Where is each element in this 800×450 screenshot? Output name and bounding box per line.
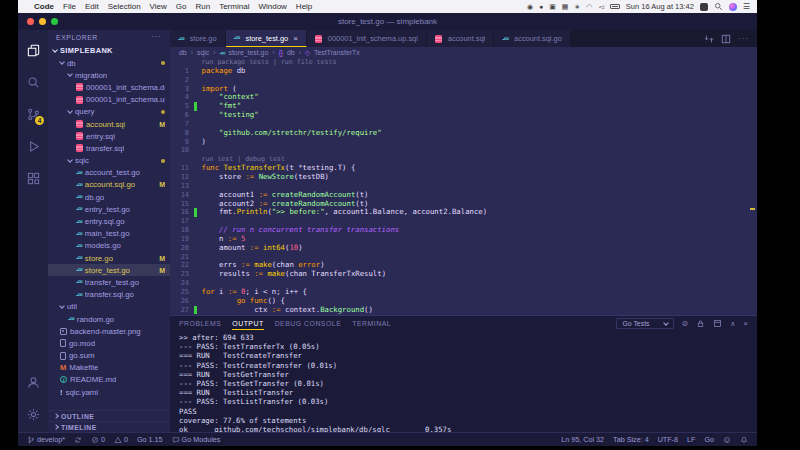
tree-item-readme-md[interactable]: iREADME.md bbox=[48, 374, 170, 386]
output-console[interactable]: >> after: 694 633--- PASS: TestTransferT… bbox=[170, 331, 757, 432]
tree-item-backend-master-png[interactable]: backend-master.png bbox=[48, 325, 170, 337]
project-root-row[interactable]: SIMPLEBANK bbox=[48, 44, 170, 57]
menu-app[interactable]: Code bbox=[34, 2, 54, 11]
tree-item-makefile[interactable]: MMakefile bbox=[48, 362, 170, 374]
volume-icon[interactable]: ◅ bbox=[598, 3, 603, 10]
tab-account-sql[interactable]: account.sql bbox=[427, 30, 494, 47]
open-changes-icon[interactable] bbox=[704, 34, 714, 44]
menu-terminal[interactable]: Terminal bbox=[219, 2, 249, 11]
code-editor[interactable]: run package tests | run file tests1packa… bbox=[170, 58, 757, 315]
lock-scroll-icon[interactable] bbox=[696, 319, 705, 328]
tree-item-random-go[interactable]: -∞random.go bbox=[48, 313, 170, 325]
split-editor-icon[interactable] bbox=[721, 34, 731, 44]
tree-item-migration[interactable]: migration bbox=[48, 69, 170, 81]
menu-help[interactable]: Help bbox=[296, 2, 312, 11]
status-0[interactable]: 0 bbox=[91, 435, 105, 444]
app-icon[interactable]: ● bbox=[539, 3, 543, 10]
tree-item-models-go[interactable]: -∞models.go bbox=[48, 240, 170, 252]
tree-item-util[interactable]: util bbox=[48, 301, 170, 313]
more-actions-icon[interactable]: ··· bbox=[738, 34, 749, 43]
app-cup-icon[interactable]: ▣ bbox=[549, 3, 556, 10]
menu-view[interactable]: View bbox=[150, 2, 167, 11]
tree-item-000001-init-schema-down-sql[interactable]: 000001_init_schema.down.sql bbox=[48, 81, 170, 93]
tab-account-sql-go[interactable]: -∞account.sql.go bbox=[494, 30, 571, 47]
menu-selection[interactable]: Selection bbox=[108, 2, 141, 11]
tree-item-sqlc[interactable]: sqlc bbox=[48, 155, 170, 167]
close-window-button[interactable] bbox=[27, 18, 34, 25]
tree-item-account-sql[interactable]: account.sqlM bbox=[48, 118, 170, 130]
bluetooth-icon[interactable]: ∗ bbox=[574, 3, 580, 10]
tree-item-sqlc-yaml[interactable]: !sqlc.yaml bbox=[48, 386, 170, 398]
titlebar[interactable]: store_test.go — simplebank bbox=[18, 13, 757, 30]
panel-tab-output[interactable]: OUTPUT bbox=[232, 318, 263, 330]
activitybar-extensions[interactable] bbox=[18, 162, 48, 194]
menu-run[interactable]: Run bbox=[195, 2, 210, 11]
battery-icon[interactable] bbox=[610, 4, 620, 9]
status-smiley[interactable] bbox=[723, 436, 731, 444]
status-develop-[interactable]: develop* bbox=[27, 435, 65, 444]
tree-item-account-sql-go[interactable]: -∞account.sql.goM bbox=[48, 179, 170, 191]
activitybar-source-control[interactable]: 4 bbox=[18, 98, 48, 130]
output-channel-select[interactable]: Go Tests bbox=[616, 318, 673, 329]
status-ln-95-col-32[interactable]: Ln 95, Col 32 bbox=[561, 435, 604, 444]
tab-store-test-go[interactable]: -∞store_test.go× bbox=[226, 30, 307, 47]
status-lf[interactable]: LF bbox=[687, 435, 695, 444]
section-outline[interactable]: OUTLINE bbox=[48, 410, 170, 421]
status-bell[interactable] bbox=[740, 436, 748, 444]
spotlight-icon[interactable] bbox=[714, 2, 723, 11]
input-source-icon[interactable] bbox=[700, 3, 708, 11]
close-tab-icon[interactable]: × bbox=[293, 34, 298, 43]
tree-item-transfer-sql-go[interactable]: -∞transfer.sql.go bbox=[48, 289, 170, 301]
breadcrumb-item[interactable]: TestTransferTx bbox=[314, 49, 360, 56]
status-utf-8[interactable]: UTF-8 bbox=[658, 435, 678, 444]
tree-item-transfer-sql[interactable]: transfer.sql bbox=[48, 142, 170, 154]
tree-item-store-go[interactable]: -∞store.goM bbox=[48, 252, 170, 264]
tree-item-query[interactable]: query bbox=[48, 106, 170, 118]
status-0[interactable]: 0 bbox=[114, 435, 128, 444]
status-go-1-15[interactable]: Go 1.15 bbox=[137, 435, 163, 444]
activitybar-explorer[interactable] bbox=[18, 34, 48, 66]
tree-item-db[interactable]: db bbox=[48, 57, 170, 69]
status-tab-size-4[interactable]: Tab Size: 4 bbox=[613, 435, 649, 444]
explorer-more-actions-button[interactable]: ··· bbox=[151, 34, 162, 40]
panel-tab-debug-console[interactable]: DEBUG CONSOLE bbox=[275, 318, 342, 330]
section-timeline[interactable]: TIMELINE bbox=[48, 421, 170, 432]
status-go-modules[interactable]: Go Modules bbox=[172, 435, 221, 444]
activitybar-run-debug[interactable] bbox=[18, 130, 48, 162]
activitybar-search[interactable] bbox=[18, 66, 48, 98]
menu-go[interactable]: Go bbox=[176, 2, 187, 11]
open-output-in-editor-icon[interactable] bbox=[713, 319, 722, 328]
maximize-panel-icon[interactable]: ∧ bbox=[730, 320, 735, 328]
breadcrumb-item[interactable]: sqlc bbox=[197, 49, 209, 56]
panel-tab-problems[interactable]: PROBLEMS bbox=[179, 318, 221, 330]
minimize-window-button[interactable] bbox=[39, 18, 46, 25]
tree-item-transfer-test-go[interactable]: -∞transfer_test.go bbox=[48, 276, 170, 288]
menu-window[interactable]: Window bbox=[258, 2, 286, 11]
app-circle-icon[interactable]: ◉ bbox=[527, 3, 533, 10]
activitybar-account[interactable] bbox=[18, 366, 48, 398]
panel-tab-terminal[interactable]: TERMINAL bbox=[352, 318, 391, 330]
tree-item-entry-sql-go[interactable]: -∞entry.sql.go bbox=[48, 215, 170, 227]
breadcrumb-item[interactable]: db bbox=[287, 49, 295, 56]
tree-item-entry-sql[interactable]: entry.sql bbox=[48, 130, 170, 142]
tree-item-main-test-go[interactable]: -∞main_test.go bbox=[48, 228, 170, 240]
tab-store-go[interactable]: -∞store.go bbox=[170, 30, 226, 47]
keyboard-icon[interactable]: ▦ bbox=[562, 3, 569, 10]
wifi-icon[interactable]: ◠ bbox=[586, 3, 592, 10]
clear-output-icon[interactable]: ⊘ bbox=[682, 320, 689, 328]
menubar-clock[interactable]: Sun 16 Aug at 13:42 bbox=[626, 2, 694, 11]
menu-edit[interactable]: Edit bbox=[85, 2, 99, 11]
tree-item-store-test-go[interactable]: -∞store_test.goM bbox=[48, 264, 170, 276]
breadcrumb-item[interactable]: db bbox=[179, 49, 187, 56]
tree-item-entry-test-go[interactable]: -∞entry_test.go bbox=[48, 203, 170, 215]
zoom-window-button[interactable] bbox=[51, 18, 58, 25]
siri-icon[interactable] bbox=[729, 3, 737, 11]
tab-000001-init-schema-up-sql[interactable]: 000001_init_schema.up.sql bbox=[307, 30, 427, 47]
tree-item-db-go[interactable]: -∞db.go bbox=[48, 191, 170, 203]
activitybar-settings[interactable] bbox=[18, 398, 48, 430]
close-panel-icon[interactable]: × bbox=[743, 320, 748, 328]
tree-item-account-test-go[interactable]: -∞account_test.go bbox=[48, 167, 170, 179]
tree-item-000001-init-schema-up-sql[interactable]: 000001_init_schema.up.sql bbox=[48, 94, 170, 106]
status-go[interactable]: Go bbox=[704, 435, 714, 444]
tree-item-go-mod[interactable]: go.mod bbox=[48, 337, 170, 349]
